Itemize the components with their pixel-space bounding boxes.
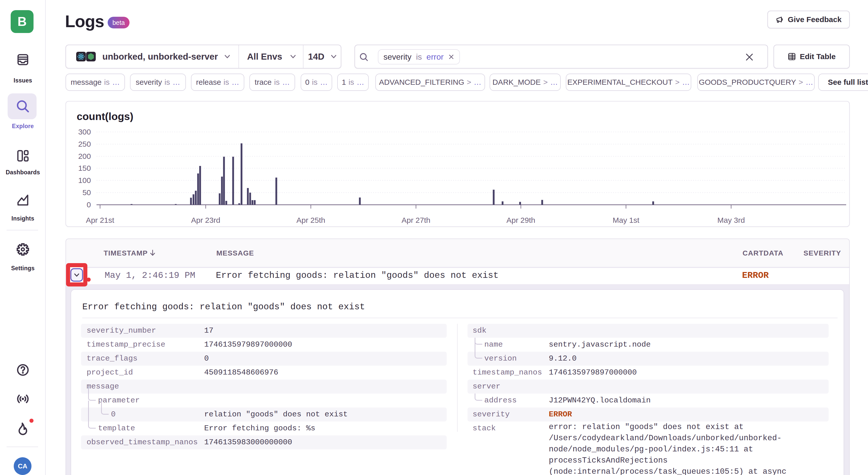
svg-text:300: 300 — [78, 128, 91, 136]
svg-text:50: 50 — [83, 188, 91, 197]
svg-text:Apr 23rd: Apr 23rd — [191, 216, 220, 224]
svg-text:Apr 25th: Apr 25th — [297, 216, 325, 224]
svg-text:0: 0 — [87, 200, 91, 209]
svg-text:200: 200 — [78, 152, 91, 160]
svg-text:100: 100 — [78, 176, 91, 184]
svg-text:May 3rd: May 3rd — [717, 216, 745, 224]
svg-text:Apr 29th: Apr 29th — [506, 216, 535, 224]
svg-text:Apr 21st: Apr 21st — [86, 216, 114, 224]
svg-text:150: 150 — [78, 164, 91, 172]
svg-text:May 1st: May 1st — [613, 216, 640, 224]
svg-text:250: 250 — [78, 140, 91, 148]
svg-text:Apr 27th: Apr 27th — [402, 216, 430, 224]
